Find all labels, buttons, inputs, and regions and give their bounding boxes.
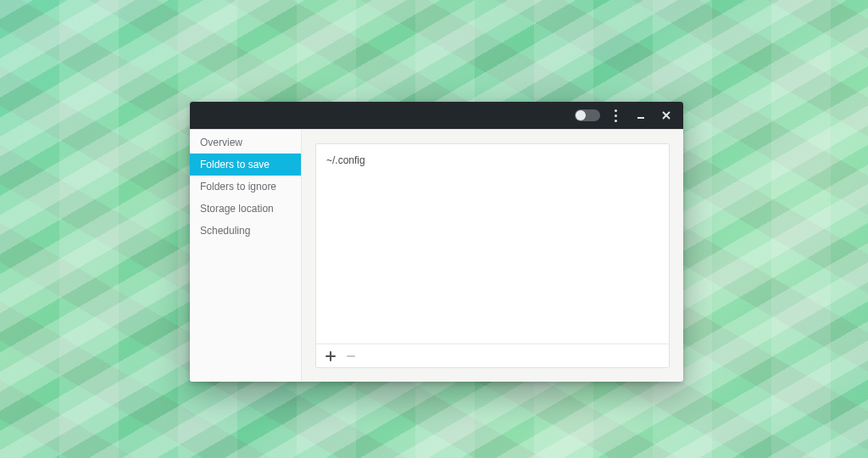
remove-folder-button[interactable]	[342, 347, 360, 366]
app-menu-button[interactable]	[605, 105, 626, 126]
window-titlebar	[190, 102, 683, 129]
minus-icon	[346, 351, 356, 361]
window-minimize-button[interactable]	[631, 105, 651, 126]
folder-list[interactable]: ~/.config	[316, 144, 669, 344]
sidebar-item-folders-to-save[interactable]: Folders to save	[190, 154, 301, 176]
settings-sidebar: Overview Folders to save Folders to igno…	[190, 130, 302, 382]
folder-list-toolbar	[316, 344, 669, 367]
sidebar-item-overview[interactable]: Overview	[190, 131, 301, 154]
sidebar-item-storage-location[interactable]: Storage location	[190, 198, 301, 220]
kebab-icon	[615, 109, 617, 122]
sidebar-item-label: Storage location	[200, 203, 274, 215]
add-folder-button[interactable]	[321, 347, 340, 366]
main-pane: ~/.config	[302, 130, 683, 382]
backup-settings-window: Overview Folders to save Folders to igno…	[190, 102, 683, 382]
folder-list-row[interactable]: ~/.config	[326, 153, 659, 168]
sidebar-item-scheduling[interactable]: Scheduling	[190, 220, 301, 242]
plus-icon	[326, 351, 336, 361]
sidebar-item-folders-to-ignore[interactable]: Folders to ignore	[190, 176, 301, 198]
window-close-button[interactable]	[656, 105, 676, 126]
close-icon	[661, 110, 671, 120]
folder-listbox: ~/.config	[315, 143, 670, 368]
sidebar-item-label: Folders to save	[200, 159, 270, 170]
sidebar-item-label: Folders to ignore	[200, 181, 276, 193]
sidebar-item-label: Scheduling	[200, 225, 250, 237]
automatic-backup-toggle[interactable]	[575, 109, 600, 121]
minimize-icon	[636, 110, 646, 120]
window-body: Overview Folders to save Folders to igno…	[190, 129, 683, 382]
sidebar-item-label: Overview	[200, 137, 242, 148]
